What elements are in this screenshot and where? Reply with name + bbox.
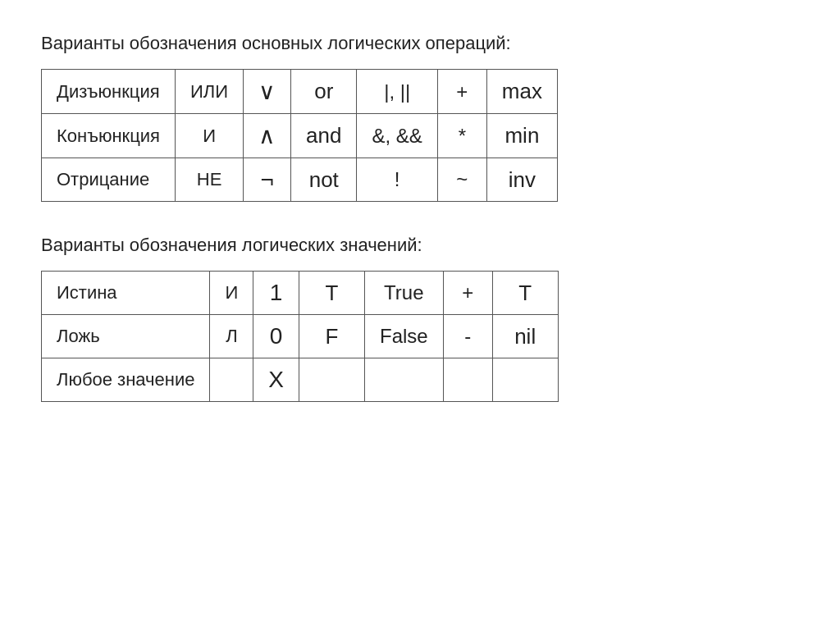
val-word [299, 358, 364, 402]
op-operator: * [437, 114, 486, 158]
op-operator: + [437, 70, 486, 114]
op-col1: НЕ [176, 158, 244, 202]
table-row: Ложь Л 0 F False - nil [42, 315, 559, 358]
val-operator: - [443, 315, 492, 358]
val-symbol: 1 [253, 272, 299, 315]
val-word: F [299, 315, 364, 358]
section1-title: Варианты обозначения основных логических… [41, 33, 799, 54]
op-extra: |, || [357, 70, 437, 114]
section2: Варианты обозначения логических значений… [41, 235, 799, 402]
val-symbol: 0 [253, 315, 299, 358]
op-last: max [486, 70, 557, 114]
op-last: inv [486, 158, 557, 202]
val-name: Любое значение [42, 358, 210, 402]
val-symbol: X [253, 358, 299, 402]
table-row: Отрицание НЕ ¬ not ! ~ inv [42, 158, 558, 202]
op-symbol: ¬ [244, 158, 291, 202]
val-name: Истина [42, 272, 210, 315]
op-extra: ! [357, 158, 437, 202]
op-name: Дизъюнкция [42, 70, 176, 114]
op-symbol: ∨ [244, 70, 291, 114]
table-row: Дизъюнкция ИЛИ ∨ or |, || + max [42, 70, 558, 114]
section2-title: Варианты обозначения логических значений… [41, 235, 799, 256]
val-extra: False [364, 315, 443, 358]
val-col1: И [210, 272, 253, 315]
op-operator: ~ [437, 158, 486, 202]
val-last: nil [492, 315, 558, 358]
op-last: min [486, 114, 557, 158]
section1: Варианты обозначения основных логических… [41, 33, 799, 202]
val-extra [364, 358, 443, 402]
op-symbol: ∧ [244, 114, 291, 158]
val-extra: True [364, 272, 443, 315]
op-col1: ИЛИ [176, 70, 244, 114]
table-row: Любое значение X [42, 358, 559, 402]
operations-table: Дизъюнкция ИЛИ ∨ or |, || + max Конъюнкц… [41, 69, 558, 202]
val-last: T [492, 272, 558, 315]
op-extra: &, && [357, 114, 437, 158]
op-name: Конъюнкция [42, 114, 176, 158]
val-col1 [210, 358, 253, 402]
val-name: Ложь [42, 315, 210, 358]
op-word: or [291, 70, 357, 114]
op-col1: И [176, 114, 244, 158]
val-word: T [299, 272, 364, 315]
op-word: and [291, 114, 357, 158]
table-row: Конъюнкция И ∧ and &, && * min [42, 114, 558, 158]
val-operator [443, 358, 492, 402]
op-name: Отрицание [42, 158, 176, 202]
val-operator: + [443, 272, 492, 315]
val-col1: Л [210, 315, 253, 358]
op-word: not [291, 158, 357, 202]
table-row: Истина И 1 T True + T [42, 272, 559, 315]
values-table: Истина И 1 T True + T Ложь Л 0 F False -… [41, 271, 559, 402]
val-last [492, 358, 558, 402]
